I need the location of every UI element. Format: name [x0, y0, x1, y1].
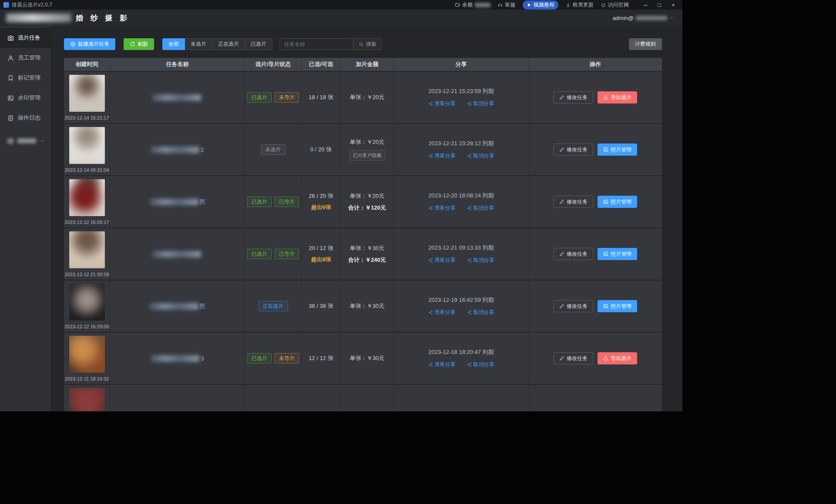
thumbnail-blur	[69, 179, 105, 216]
filter-selected[interactable]: 已选片	[245, 38, 272, 50]
minimize-button[interactable]: ─	[640, 0, 651, 9]
filter-selecting[interactable]: 正在选片	[212, 38, 245, 50]
view-share-link[interactable]: 查看分享	[428, 204, 456, 212]
edit-task-button[interactable]: 修改任务	[554, 144, 593, 156]
cancel-share-link[interactable]: 取消分享	[467, 361, 494, 368]
cancel-share-link[interactable]: 取消分享	[467, 100, 494, 107]
titlebar-menu: 客服视频教程检查更新访问官网	[498, 0, 629, 10]
secondary-action-icon	[603, 95, 608, 100]
menu-customer-service[interactable]: 客服	[498, 1, 515, 9]
selected-count: 26 / 20 张	[309, 192, 333, 200]
edit-task-button[interactable]: 修改任务	[554, 91, 593, 103]
task-name-suffix: 照	[200, 302, 205, 310]
column-header: 已选/可选	[302, 58, 341, 71]
edit-task-button[interactable]: 修改任务	[554, 300, 593, 312]
window-controls: ─ □ ×	[640, 0, 679, 9]
task-thumbnail[interactable]	[69, 75, 105, 112]
cancel-share-link[interactable]: 取消分享	[467, 309, 494, 316]
camera-icon	[7, 35, 14, 41]
close-button[interactable]: ×	[668, 0, 679, 9]
sidebar-item-marks[interactable]: 标记管理	[0, 68, 51, 88]
edit-task-button[interactable]: 修改任务	[554, 196, 593, 208]
cancel-share-link[interactable]: 取消分享	[467, 204, 494, 212]
selected-count: 18 / 18 张	[309, 93, 333, 101]
edit-task-button[interactable]: 修改任务	[554, 248, 593, 260]
new-task-button[interactable]: 新建选片任务	[64, 38, 115, 50]
task-thumbnail[interactable]	[69, 388, 105, 411]
menu-official-site[interactable]: 访问官网	[601, 1, 629, 9]
secondary-action-button[interactable]: 照片管理	[598, 248, 637, 260]
view-share-link[interactable]: 查看分享	[428, 361, 456, 368]
filter-all[interactable]: 全部	[162, 38, 185, 50]
secondary-action-button[interactable]: 导出选片	[598, 91, 637, 103]
task-name-link[interactable]	[152, 94, 202, 101]
toolbar: 新建选片任务 刷新 全部未选片正在选片已选片 搜索 计费规则	[64, 38, 662, 50]
secondary-action-button[interactable]: 照片管理	[598, 196, 637, 208]
task-thumbnail[interactable]	[69, 284, 105, 320]
task-name-link[interactable]	[152, 251, 202, 257]
share-links: 查看分享 取消分享	[428, 361, 494, 368]
refresh-button[interactable]: 刷新	[124, 38, 154, 50]
pencil-icon	[559, 95, 564, 100]
secondary-action-button[interactable]: 照片管理	[598, 144, 637, 156]
billing-rules-button[interactable]: 计费规则	[629, 38, 662, 50]
task-name-link[interactable]: 照	[150, 302, 205, 310]
secondary-action-icon	[603, 304, 608, 309]
task-name-link[interactable]: 照	[150, 198, 205, 206]
home-icon	[601, 3, 606, 7]
filter-group: 全部未选片正在选片已选片	[162, 38, 272, 50]
secondary-action-button[interactable]: 照片管理	[598, 300, 637, 312]
status-tag: 已选片	[247, 353, 272, 364]
share-links: 查看分享 取消分享	[428, 257, 494, 264]
balance-item[interactable]: 余额	[455, 1, 490, 9]
task-thumbnail[interactable]	[69, 127, 105, 164]
edit-task-button[interactable]: 修改任务	[554, 352, 593, 364]
sidebar-item-tasks[interactable]: 选片任务	[0, 28, 51, 48]
menu-check-update[interactable]: 检查更新	[566, 1, 594, 9]
search-input[interactable]	[279, 38, 353, 50]
sidebar-item-logs[interactable]: 操作日志	[0, 108, 51, 128]
task-thumbnail[interactable]	[69, 179, 105, 216]
search-button[interactable]: 搜索	[353, 38, 382, 50]
menu-video-tutorial[interactable]: 视频教程	[523, 0, 558, 10]
secondary-action-button[interactable]: 导出选片	[598, 352, 637, 364]
view-share-link[interactable]: 查看分享	[428, 100, 456, 107]
task-name-suffix: 3	[201, 355, 204, 362]
share-links: 查看分享 取消分享	[428, 152, 494, 160]
sidebar-item-label: 选片任务	[18, 34, 40, 42]
task-name-link[interactable]: 3	[151, 355, 204, 362]
column-header: 创建时间	[64, 58, 110, 71]
user-menu[interactable]: admin@	[612, 15, 674, 21]
balance-label: 余额	[462, 1, 473, 9]
over-count: 超出8张	[311, 256, 331, 264]
titlebar: 捷晨云选片v2.0.7 余额 客服视频教程检查更新访问官网 ─ □ ×	[0, 0, 682, 10]
pencil-icon	[559, 199, 564, 204]
sidebar-item-watermark[interactable]: 水印管理	[0, 88, 51, 108]
share-icon	[428, 154, 433, 158]
sidebar-item-label: 操作日志	[18, 114, 40, 122]
refresh-icon	[130, 41, 135, 47]
action-buttons: 修改任务 导出选片	[554, 352, 637, 364]
task-thumbnail[interactable]	[69, 336, 105, 373]
view-share-link[interactable]: 查看分享	[428, 309, 456, 316]
cancel-share-link[interactable]: 取消分享	[467, 257, 494, 264]
share-icon	[428, 206, 433, 210]
cancel-share-link[interactable]: 取消分享	[467, 152, 494, 160]
username-redacted	[636, 16, 667, 20]
maximize-button[interactable]: □	[654, 0, 665, 9]
share-icon	[428, 362, 433, 367]
sidebar-item-staff[interactable]: 员工管理	[0, 48, 51, 68]
share-icon	[428, 101, 433, 106]
store-switcher[interactable]	[0, 132, 51, 150]
task-name-link[interactable]: 2	[151, 147, 204, 153]
share-expiry: 2023-12-18 18:20:47 到期	[428, 348, 494, 356]
task-name-redacted	[152, 94, 201, 101]
secondary-action-icon	[603, 199, 608, 204]
task-thumbnail[interactable]	[69, 231, 105, 268]
view-share-link[interactable]: 查看分享	[428, 257, 456, 264]
filter-unselected[interactable]: 未选片	[185, 38, 212, 50]
balance-amount-redacted	[475, 3, 490, 7]
pencil-icon	[559, 147, 564, 152]
app-logo-icon	[3, 2, 9, 8]
view-share-link[interactable]: 查看分享	[428, 152, 456, 160]
